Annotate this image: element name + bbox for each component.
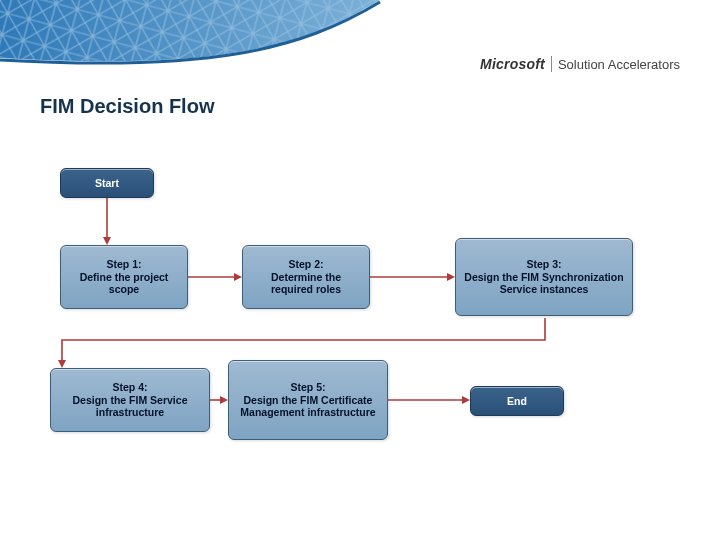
node-step-1-title: Step 1: (106, 258, 141, 271)
node-end: End (470, 386, 564, 416)
node-step-2-body: Determine the required roles (251, 271, 361, 296)
node-step-4-title: Step 4: (112, 381, 147, 394)
node-step-1: Step 1: Define the project scope (60, 245, 188, 309)
row-steps-1-3: Step 1: Define the project scope Step 2:… (50, 245, 680, 345)
header-decoration (0, 0, 720, 85)
node-step-3: Step 3: Design the FIM Synchronization S… (455, 238, 633, 316)
node-step-4-body: Design the FIM Service infrastructure (59, 394, 201, 419)
node-step-2-title: Step 2: (288, 258, 323, 271)
svg-marker-3 (103, 237, 111, 245)
node-step-1-body: Define the project scope (69, 271, 179, 296)
node-step-3-title: Step 3: (526, 258, 561, 271)
svg-rect-1 (0, 0, 380, 85)
node-end-label: End (507, 395, 527, 408)
node-step-5-body: Design the FIM Certificate Management in… (237, 394, 379, 419)
node-step-4: Step 4: Design the FIM Service infrastru… (50, 368, 210, 432)
slide: Microsoft Solution Accelerators FIM Deci… (0, 0, 720, 540)
svg-rect-0 (0, 0, 380, 85)
node-start: Start (60, 168, 154, 198)
brand-divider (551, 56, 552, 72)
node-step-5-title: Step 5: (290, 381, 325, 394)
brand-right: Solution Accelerators (558, 57, 680, 72)
node-step-5: Step 5: Design the FIM Certificate Manag… (228, 360, 388, 440)
node-start-label: Start (95, 177, 119, 190)
brand-left: Microsoft (480, 56, 545, 72)
brand-lockup: Microsoft Solution Accelerators (480, 56, 680, 72)
node-step-3-body: Design the FIM Synchronization Service i… (464, 271, 624, 296)
page-title: FIM Decision Flow (40, 95, 214, 118)
node-step-2: Step 2: Determine the required roles (242, 245, 370, 309)
row-steps-4-end: Step 4: Design the FIM Service infrastru… (50, 360, 680, 460)
